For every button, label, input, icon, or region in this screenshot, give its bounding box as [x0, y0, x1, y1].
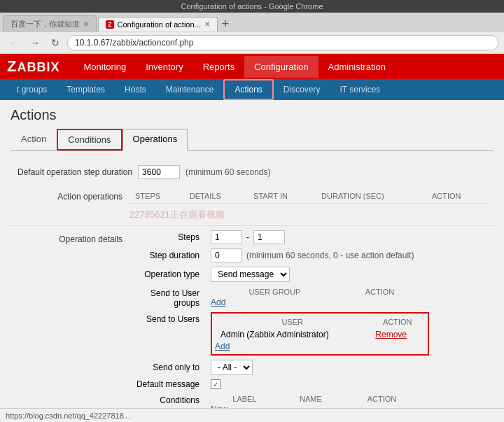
nav-administration[interactable]: Administration [318, 56, 396, 78]
col-action: ACTION [426, 189, 486, 204]
sub-nav-hosts[interactable]: Hosts [115, 80, 156, 99]
user-row-0: Admin (Zabbix Administrator) Remove [215, 328, 425, 342]
step-duration-hint: (minimum 60 seconds, 0 - use action defa… [246, 251, 414, 260]
send-to-users-row: Send to Users USER ACTION Admin (Zabbix … [130, 312, 429, 356]
watermark: 22785621正在观看视频 [130, 209, 225, 221]
tab-1-label: Configuration of action... [118, 20, 201, 29]
browser-toolbar: ← → ↻ 10.1.0.67/zabbix/actionconf.php [0, 32, 504, 54]
send-only-to-row: Send only to - All - [130, 360, 253, 375]
default-message-label: Default message [130, 379, 206, 389]
main-nav: Monitoring Inventory Reports Configurati… [74, 56, 395, 78]
users-header: USER ACTION [215, 316, 425, 328]
ops-header-row: STEPS DETAILS START IN DURATION (SEC) AC… [130, 189, 486, 204]
tab-conditions[interactable]: Conditions [57, 129, 122, 150]
content-tabs: Action Conditions Operations [10, 129, 493, 151]
tab-operations[interactable]: Operations [122, 129, 188, 151]
send-only-to-label: Send only to [130, 363, 206, 372]
add-group-link[interactable]: Add [211, 297, 225, 307]
conditions-header: LABEL NAME ACTION [211, 393, 421, 405]
col-duration: DURATION (SEC) [316, 189, 426, 204]
steps-separator: - [246, 232, 249, 242]
default-message-checkbox[interactable]: ✓ [211, 379, 220, 389]
browser-title-bar: Configuration of actions - Google Chrome [0, 0, 504, 13]
forward-btn[interactable]: → [27, 36, 43, 50]
col-user-group: USER GROUP [211, 286, 339, 297]
sub-nav: t groups Templates Hosts Maintenance Act… [0, 79, 504, 100]
send-to-groups-row: Send to User groups USER GROUP ACTION Ad… [130, 286, 421, 308]
user-name-0: Admin (Zabbix Administrator) [215, 328, 370, 342]
steps-row: Steps - [130, 230, 285, 244]
tab-action[interactable]: Action [10, 129, 57, 150]
users-table-container: USER ACTION Admin (Zabbix Administrator)… [211, 312, 429, 356]
col-steps: STEPS [130, 189, 184, 204]
steps-from-input[interactable] [211, 230, 242, 244]
zabbix-header: ZABBIX Monitoring Inventory Reports Conf… [0, 54, 504, 79]
sub-nav-tgroups[interactable]: t groups [7, 80, 57, 99]
tab-1-close[interactable]: ✕ [204, 20, 210, 28]
col-cond-action: ACTION [343, 393, 421, 405]
col-group-action: ACTION [339, 286, 421, 297]
users-table: USER ACTION Admin (Zabbix Administrator)… [215, 316, 425, 342]
remove-user-0-link[interactable]: Remove [375, 330, 407, 339]
new-tab-btn[interactable]: + [222, 17, 230, 31]
nav-configuration[interactable]: Configuration [244, 56, 318, 78]
op-type-select[interactable]: Send message [211, 267, 290, 282]
reload-btn[interactable]: ↻ [48, 36, 63, 50]
action-ops-value: STEPS DETAILS START IN DURATION (SEC) AC… [130, 189, 486, 221]
browser-tab-bar: 百度一下，你就知道 ✕ Z Configuration of action...… [0, 13, 504, 32]
op-type-row: Operation type Send message [130, 267, 290, 282]
default-op-input[interactable] [138, 165, 180, 179]
groups-header: USER GROUP ACTION [211, 286, 421, 297]
user-action-0: Remove [370, 328, 425, 342]
col-label: LABEL [211, 393, 279, 405]
page-title: Actions [10, 107, 493, 123]
col-name: NAME [279, 393, 343, 405]
nav-monitoring[interactable]: Monitoring [74, 56, 136, 78]
sub-nav-actions[interactable]: Actions [223, 79, 273, 100]
send-only-to-select[interactable]: - All - [211, 360, 253, 375]
action-operations-row: Action operations STEPS DETAILS START IN… [10, 185, 493, 226]
browser-tab-0[interactable]: 百度一下，你就知道 ✕ [3, 15, 97, 32]
tab-0-close[interactable]: ✕ [83, 20, 89, 28]
col-start-in: START IN [248, 189, 316, 204]
send-to-users-label: Send to Users [130, 312, 206, 324]
sub-nav-itservices[interactable]: IT services [330, 80, 391, 99]
tab-1-icon: Z [106, 20, 114, 29]
zabbix-logo: ZABBIX [7, 57, 59, 76]
default-message-row: Default message ✓ [130, 379, 220, 389]
op-details-row: Operation details Steps - Step duration … [10, 226, 493, 419]
sub-nav-discovery[interactable]: Discovery [274, 80, 330, 99]
nav-reports[interactable]: Reports [193, 56, 245, 78]
col-user: USER [215, 316, 370, 328]
nav-inventory[interactable]: Inventory [136, 56, 192, 78]
sub-nav-maintenance[interactable]: Maintenance [156, 80, 224, 99]
default-op-label: Default operation step duration [18, 167, 132, 177]
op-details-value: Steps - Step duration (minimum 60 second… [130, 230, 486, 414]
browser-tab-1[interactable]: Z Configuration of action... ✕ [98, 17, 218, 31]
steps-to-input[interactable] [253, 230, 285, 244]
step-duration-input[interactable] [211, 248, 242, 262]
action-ops-label: Action operations [18, 189, 130, 202]
browser-title: Configuration of actions - Google Chrome [181, 2, 323, 10]
send-to-groups-label: Send to User groups [130, 286, 206, 308]
back-btn[interactable]: ← [6, 36, 22, 50]
page-content: Actions Action Conditions Operations Def… [0, 100, 504, 422]
add-user-link[interactable]: Add [215, 342, 230, 351]
status-bar-text: https://blog.csdn.net/qq_42227818... [6, 412, 130, 420]
op-type-label: Operation type [130, 269, 206, 279]
groups-table: USER GROUP ACTION [211, 286, 421, 297]
groups-table-container: USER GROUP ACTION Add [211, 286, 421, 307]
ops-table: STEPS DETAILS START IN DURATION (SEC) AC… [130, 189, 486, 204]
sub-nav-templates[interactable]: Templates [57, 80, 115, 99]
op-details-label: Operation details [18, 230, 130, 244]
conditions-label: Conditions [130, 393, 206, 405]
default-op-hint: (minimum 60 seconds) [186, 167, 270, 177]
step-duration-label: Step duration [130, 251, 206, 260]
step-duration-row: Step duration (minimum 60 seconds, 0 - u… [130, 248, 414, 262]
steps-label: Steps [130, 232, 206, 242]
conditions-table: LABEL NAME ACTION [211, 393, 421, 405]
tab-0-label: 百度一下，你就知道 [10, 19, 80, 29]
logo-text: ABBIX [17, 60, 59, 74]
col-user-action: ACTION [370, 316, 425, 328]
address-bar[interactable]: 10.1.0.67/zabbix/actionconf.php [67, 35, 498, 50]
